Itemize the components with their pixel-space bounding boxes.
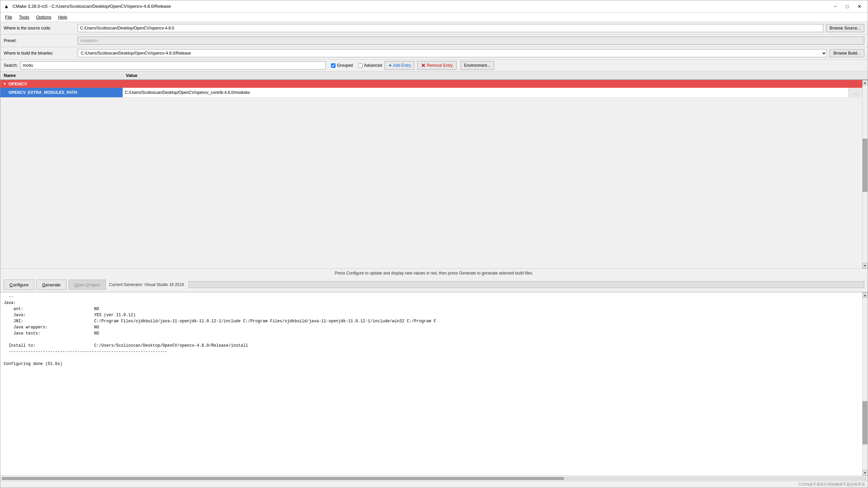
h-scrollbar-track[interactable]	[2, 477, 866, 480]
advanced-checkbox[interactable]	[358, 63, 363, 68]
title-bar: ▲ CMake 3.28.0-rc5 - C:/Users/Scolioscan…	[0, 0, 868, 13]
output-vertical-scrollbar[interactable]: ▲ ▼	[862, 292, 868, 475]
column-value-header: Value	[126, 73, 864, 78]
output-scroll-down-button[interactable]: ▼	[863, 470, 868, 475]
table-scroll-area: ▼ OPENCV OPENCV_EXTRA_MODULES_PATH ... ▲	[0, 80, 868, 268]
remove-icon: ✕	[421, 62, 425, 69]
remove-entry-button[interactable]: ✕ Remove Entry	[417, 61, 456, 70]
browse-build-button[interactable]: Browse Build...	[830, 49, 864, 57]
minimize-button[interactable]: −	[830, 2, 841, 11]
open-project-button[interactable]: Open Project	[69, 280, 106, 290]
search-input[interactable]	[20, 61, 326, 69]
menu-options[interactable]: Options	[33, 14, 55, 20]
grouped-label: Grouped	[337, 63, 353, 68]
output-panel: -- Java: ant: NO Java: YES (ver 11.0.12)…	[0, 292, 868, 481]
grouped-checkbox-label[interactable]: Grouped	[331, 63, 353, 68]
scroll-up-button[interactable]: ▲	[863, 80, 868, 85]
binary-label: Where to build the binaries:	[4, 51, 75, 56]
action-buttons-row: Configure Generate Open Project Current …	[0, 278, 868, 292]
grouped-checkbox[interactable]	[331, 63, 335, 68]
entry-name-cell[interactable]: OPENCV_EXTRA_MODULES_PATH	[0, 88, 122, 97]
output-horizontal-scrollbar[interactable]	[0, 475, 868, 481]
output-scroll-thumb[interactable]	[863, 401, 867, 444]
main-window: ▲ CMake 3.28.0-rc5 - C:/Users/Scolioscan…	[0, 0, 868, 488]
close-button[interactable]: ✕	[854, 2, 865, 11]
advanced-checkbox-label[interactable]: Advanced	[358, 63, 382, 68]
menu-file[interactable]: File	[2, 14, 16, 20]
group-row-opencv[interactable]: ▼ OPENCV	[0, 80, 862, 88]
scroll-down-button[interactable]: ▼	[863, 263, 868, 268]
bottom-status-text: CSDN@不喜欢打球的顾师不是好程序员	[798, 482, 865, 487]
column-name-header: Name	[4, 73, 126, 78]
checkbox-group: Grouped Advanced	[331, 63, 382, 68]
binary-row: Where to build the binaries: C:/Users/Sc…	[0, 47, 868, 60]
h-scrollbar-thumb[interactable]	[2, 477, 564, 480]
table-header: Name Value	[0, 72, 868, 80]
source-label: Where is the source code:	[4, 26, 75, 30]
output-scroll-up-button[interactable]: ▲	[863, 292, 868, 298]
add-entry-button[interactable]: + Add Entry	[385, 61, 414, 70]
search-row: Search: Grouped Advanced + Add Entry ✕ R…	[0, 60, 868, 72]
preset-input[interactable]	[78, 37, 864, 45]
entry-value-cell: ...	[122, 88, 862, 97]
source-row: Where is the source code: Browse Source.…	[0, 22, 868, 35]
title-bar-left: ▲ CMake 3.28.0-rc5 - C:/Users/Scolioscan…	[3, 3, 171, 10]
menu-help[interactable]: Help	[55, 14, 71, 20]
binary-dropdown[interactable]: C:/Users/Scolioscan/Desktop/OpenCV/openc…	[78, 49, 827, 57]
group-arrow-icon: ▼	[3, 82, 6, 86]
output-text[interactable]: -- Java: ant: NO Java: YES (ver 11.0.12)…	[0, 292, 862, 475]
main-content: Name Value ▼ OPENCV OPENCV_EXTRA_MODULES…	[0, 72, 868, 481]
title-bar-controls: − □ ✕	[830, 2, 865, 11]
app-icon: ▲	[3, 3, 10, 10]
table-content: ▼ OPENCV OPENCV_EXTRA_MODULES_PATH ...	[0, 80, 862, 268]
status-message: Press Configure to update and display ne…	[0, 268, 868, 278]
scroll-track[interactable]	[863, 85, 868, 263]
source-input[interactable]	[78, 24, 823, 32]
browse-source-button[interactable]: Browse Source...	[826, 24, 864, 32]
configure-button[interactable]: Configure	[4, 280, 34, 290]
window-title: CMake 3.28.0-rc5 - C:/Users/Scolioscan/D…	[13, 4, 171, 9]
entry-browse-button[interactable]: ...	[849, 88, 862, 97]
add-entry-label: Add Entry	[393, 63, 411, 68]
preset-row: Preset:	[0, 35, 868, 47]
table-vertical-scrollbar[interactable]: ▲ ▼	[862, 80, 868, 268]
generator-text: Current Generator: Visual Studio 16 2019	[109, 282, 184, 287]
generate-button[interactable]: Generate	[36, 280, 66, 290]
scroll-thumb[interactable]	[863, 139, 867, 192]
advanced-label: Advanced	[364, 63, 382, 68]
bottom-status: CSDN@不喜欢打球的顾师不是好程序员	[0, 481, 868, 488]
table-row: OPENCV_EXTRA_MODULES_PATH ...	[0, 88, 862, 98]
progress-bar	[189, 281, 864, 288]
add-icon: +	[388, 62, 391, 68]
remove-entry-label: Remove Entry	[427, 63, 452, 68]
search-label: Search:	[4, 63, 18, 68]
environment-button[interactable]: Environment...	[461, 61, 494, 70]
maximize-button[interactable]: □	[842, 2, 853, 11]
menu-tools[interactable]: Tools	[16, 14, 33, 20]
output-scroll-track[interactable]	[863, 298, 868, 470]
menu-bar: File Tools Options Help	[0, 13, 868, 22]
entry-value-input[interactable]	[122, 88, 849, 97]
environment-label: Environment...	[464, 63, 490, 68]
preset-label: Preset:	[4, 38, 75, 43]
group-name-opencv: OPENCV	[8, 81, 27, 86]
